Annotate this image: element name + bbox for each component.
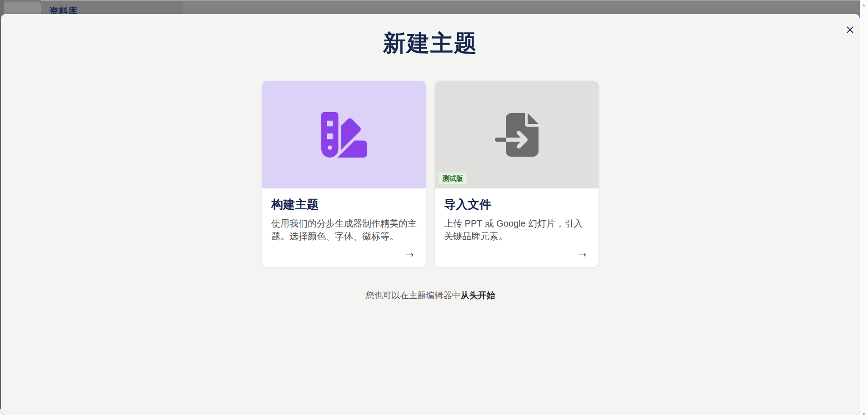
- close-icon: [846, 26, 854, 34]
- scroll-down-button[interactable]: ▼: [860, 410, 868, 418]
- scroll-down-icon: ▼: [862, 412, 866, 416]
- card-title: 导入文件: [444, 197, 589, 212]
- start-from-scratch-link[interactable]: 从头开始: [461, 291, 495, 300]
- modal-title: 新建主题: [1, 30, 860, 57]
- modal-footer: 您也可以在主题编辑器中从头开始: [1, 290, 860, 301]
- file-import-icon: [495, 113, 539, 157]
- window-top-edge: [41, 0, 860, 1]
- new-theme-modal: 新建主题 构建主题 使用我们的分步生成器制作精美的主题。选择颜色、字体、徽标等。…: [1, 14, 860, 415]
- arrow-right-icon: →: [576, 247, 589, 259]
- horizontal-scrollbar[interactable]: [0, 415, 860, 420]
- scroll-up-button[interactable]: ▲: [860, 1, 868, 9]
- arrow-right-icon: →: [403, 247, 416, 259]
- import-file-card-body: 导入文件 上传 PPT 或 Google 幻灯片，引入关键品牌元素。 →: [435, 188, 599, 267]
- import-file-card[interactable]: 测试版 导入文件 上传 PPT 或 Google 幻灯片，引入关键品牌元素。 →: [435, 81, 599, 267]
- card-description: 使用我们的分步生成器制作精美的主题。选择颜色、字体、徽标等。: [271, 217, 417, 243]
- beta-badge: 测试版: [439, 173, 467, 184]
- theme-options-row: 构建主题 使用我们的分步生成器制作精美的主题。选择颜色、字体、徽标等。 → 测试…: [1, 81, 860, 267]
- build-theme-card-body: 构建主题 使用我们的分步生成器制作精美的主题。选择颜色、字体、徽标等。 →: [262, 188, 426, 267]
- import-file-card-media: 测试版: [435, 81, 599, 188]
- build-theme-card[interactable]: 构建主题 使用我们的分步生成器制作精美的主题。选择颜色、字体、徽标等。 →: [262, 81, 426, 267]
- card-description: 上传 PPT 或 Google 幻灯片，引入关键品牌元素。: [444, 217, 589, 243]
- footer-text: 您也可以在主题编辑器中: [366, 291, 461, 300]
- scroll-up-icon: ▲: [862, 3, 866, 7]
- build-theme-card-media: [262, 81, 426, 188]
- swatchbook-icon: [321, 112, 367, 158]
- vertical-scrollbar[interactable]: ▲ ▼: [860, 0, 868, 420]
- card-title: 构建主题: [271, 197, 417, 212]
- close-button[interactable]: [843, 22, 857, 37]
